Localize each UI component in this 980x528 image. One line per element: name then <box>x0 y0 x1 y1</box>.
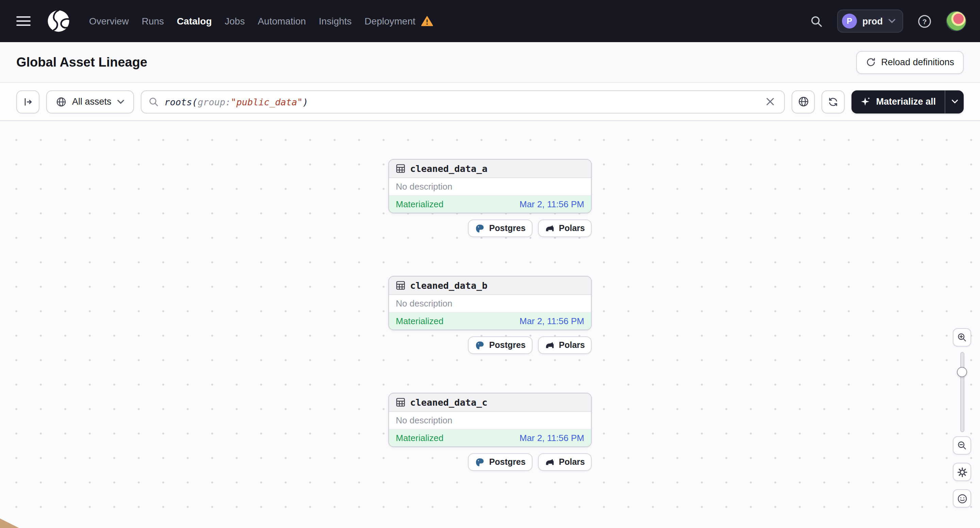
zoom-controls <box>953 328 971 507</box>
kind-tag-postgres[interactable]: Postgres <box>468 219 533 237</box>
user-avatar[interactable] <box>946 11 966 31</box>
kind-tag-label: Postgres <box>489 457 526 467</box>
chevron-down-icon <box>951 99 958 104</box>
query-function: roots <box>165 96 192 107</box>
clear-search-button[interactable] <box>763 94 777 109</box>
toggle-side-panel-button[interactable] <box>16 90 40 113</box>
kind-tag-polars[interactable]: Polars <box>538 219 592 237</box>
zoom-slider-track <box>960 352 964 432</box>
kind-tag-polars[interactable]: Polars <box>538 336 592 354</box>
materialization-timestamp[interactable]: Mar 2, 11:56 PM <box>520 199 584 209</box>
lineage-toolbar: All assets roots(group:"public_data") <box>0 83 980 121</box>
nav-jobs[interactable]: Jobs <box>225 16 245 27</box>
kind-tag-postgres[interactable]: Postgres <box>468 336 533 354</box>
nav-catalog[interactable]: Catalog <box>177 16 212 27</box>
deployment-initial-badge: P <box>842 14 857 29</box>
materialize-options-button[interactable] <box>945 90 964 113</box>
asset-node-header: cleaned_data_c <box>389 393 591 412</box>
postgres-icon <box>475 457 485 467</box>
globe-icon <box>56 96 67 107</box>
zoom-slider[interactable] <box>953 352 971 432</box>
query-close-paren: ) <box>303 96 308 107</box>
chevron-down-icon <box>888 18 896 24</box>
lineage-canvas[interactable]: cleaned_data_a No description Materializ… <box>0 121 980 528</box>
table-icon <box>396 164 405 173</box>
top-navbar: Overview Runs Catalog Jobs Automation In… <box>0 0 980 42</box>
deployment-name: prod <box>862 16 883 26</box>
page-title: Global Asset Lineage <box>16 55 147 70</box>
help-icon: ? <box>918 14 932 28</box>
kind-tags-row: Postgres Polars <box>388 219 592 237</box>
dagster-logo[interactable] <box>44 7 73 35</box>
kind-tag-label: Polars <box>559 224 585 233</box>
kind-tag-label: Polars <box>559 457 585 467</box>
chevron-down-icon <box>117 99 124 104</box>
asset-node-group-b: cleaned_data_b No description Materializ… <box>388 276 592 354</box>
materialization-status: Materialized <box>396 316 444 326</box>
reload-icon <box>865 57 876 67</box>
page-header: Global Asset Lineage Reload definitions <box>0 42 980 83</box>
help-button[interactable]: ? <box>913 10 936 32</box>
materialize-split-button: Materialize all <box>851 90 964 113</box>
kind-tag-label: Postgres <box>489 224 526 233</box>
materialization-timestamp[interactable]: Mar 2, 11:56 PM <box>520 316 584 326</box>
asset-selection-input[interactable]: roots(group:"public_data") <box>141 90 785 113</box>
nav-search-button[interactable] <box>806 11 827 32</box>
kind-tag-label: Polars <box>559 341 585 350</box>
zoom-slider-handle[interactable] <box>957 367 967 377</box>
zoom-out-button[interactable] <box>953 436 971 455</box>
globe-icon <box>797 96 809 107</box>
postgres-icon <box>475 223 485 233</box>
app: Overview Runs Catalog Jobs Automation In… <box>0 0 980 528</box>
graph-settings-button[interactable] <box>953 463 971 481</box>
kind-tag-polars[interactable]: Polars <box>538 453 592 471</box>
materialize-all-button[interactable]: Materialize all <box>851 90 945 113</box>
query-open-paren: ( <box>192 96 197 107</box>
graph-view-button[interactable] <box>792 90 815 113</box>
asset-node-cleaned-data-c[interactable]: cleaned_data_c No description Materializ… <box>388 393 592 447</box>
asset-node-header: cleaned_data_a <box>389 160 591 178</box>
feedback-button[interactable] <box>953 489 971 507</box>
asset-node-group-a: cleaned_data_a No description Materializ… <box>388 159 592 237</box>
kind-tags-row: Postgres Polars <box>388 336 592 354</box>
refresh-button[interactable] <box>821 90 845 113</box>
nav-overview[interactable]: Overview <box>89 16 129 27</box>
materialization-timestamp[interactable]: Mar 2, 11:56 PM <box>520 433 584 443</box>
zoom-in-button[interactable] <box>953 328 971 347</box>
close-icon <box>766 97 775 106</box>
table-icon <box>396 398 405 407</box>
smiley-face-icon <box>956 493 967 504</box>
corner-decoration <box>0 518 19 528</box>
sparkle-icon <box>860 97 870 107</box>
asset-description: No description <box>389 295 591 312</box>
asset-filter-dropdown[interactable]: All assets <box>46 90 134 113</box>
postgres-icon <box>475 340 485 350</box>
asset-node-cleaned-data-a[interactable]: cleaned_data_a No description Materializ… <box>388 159 592 213</box>
polars-icon <box>545 223 555 233</box>
kind-tag-label: Postgres <box>489 341 526 350</box>
search-icon <box>810 14 823 27</box>
materialization-status: Materialized <box>396 199 444 209</box>
asset-description: No description <box>389 178 591 196</box>
nav-runs[interactable]: Runs <box>142 16 164 27</box>
nav-insights[interactable]: Insights <box>319 16 352 27</box>
deployment-warning-icon <box>421 16 433 27</box>
zoom-out-icon <box>957 440 967 450</box>
asset-status-row: Materialized Mar 2, 11:56 PM <box>389 312 591 330</box>
hamburger-menu-button[interactable] <box>12 12 35 30</box>
nav-automation[interactable]: Automation <box>258 16 306 27</box>
query-attribute: group: <box>197 96 231 107</box>
asset-node-cleaned-data-b[interactable]: cleaned_data_b No description Materializ… <box>388 276 592 330</box>
kind-tag-postgres[interactable]: Postgres <box>468 453 533 471</box>
asset-node-group-c: cleaned_data_c No description Materializ… <box>388 393 592 471</box>
materialization-status: Materialized <box>396 433 444 443</box>
deployment-switcher[interactable]: P prod <box>837 10 903 33</box>
reload-definitions-button[interactable]: Reload definitions <box>856 51 964 74</box>
navbar-right-cluster: P prod ? <box>806 10 966 33</box>
hamburger-icon <box>16 16 30 26</box>
materialize-all-label: Materialize all <box>876 97 936 107</box>
primary-nav: Overview Runs Catalog Jobs Automation In… <box>89 16 433 27</box>
nav-deployment[interactable]: Deployment <box>364 16 415 27</box>
refresh-icon <box>828 96 838 107</box>
search-icon <box>148 96 159 107</box>
